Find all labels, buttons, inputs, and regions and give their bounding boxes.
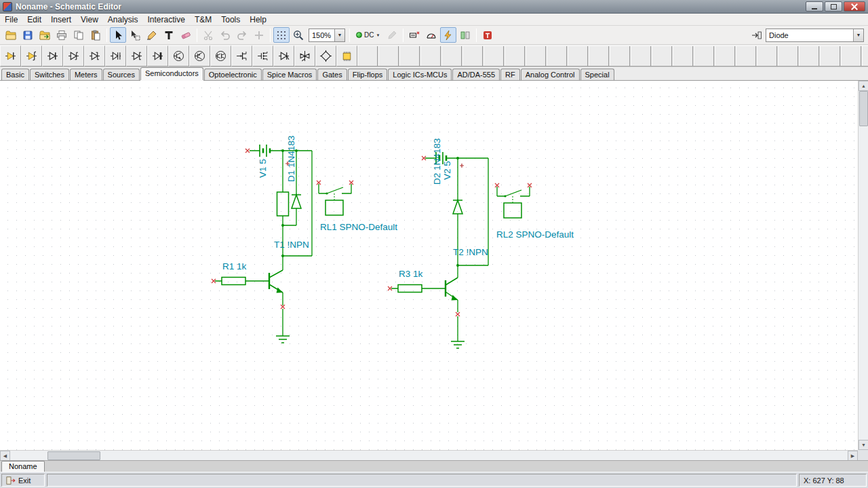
vertical-scrollbar[interactable]: ▲ ▼ [858, 81, 868, 450]
component-t2[interactable]: T2 !NPN [446, 247, 488, 301]
wire-tool[interactable] [144, 27, 160, 43]
pen-tool[interactable] [384, 27, 400, 43]
tm-probe-button[interactable] [406, 27, 422, 43]
component-ic-button[interactable] [336, 45, 357, 67]
find-component-icon [751, 30, 762, 41]
horizontal-scrollbar[interactable]: ◀ ▶ [0, 450, 858, 460]
copy-button[interactable] [71, 27, 87, 43]
component-npn-button[interactable] [168, 45, 189, 67]
component-schottky-button[interactable] [84, 45, 105, 67]
tab-flip-flops[interactable]: Flip-flops [348, 69, 388, 80]
ti-tools-button[interactable] [479, 27, 496, 43]
component-move-tool[interactable] [127, 27, 143, 43]
menu-tools[interactable]: Tools [216, 14, 245, 25]
tab-semiconductors[interactable]: Semiconductors [140, 67, 203, 80]
add-button[interactable] [251, 27, 267, 43]
menu-edit[interactable]: Edit [22, 14, 46, 25]
horizontal-scroll-thumb[interactable] [47, 451, 100, 460]
menu-help[interactable]: Help [245, 14, 271, 25]
component-mosfet-button[interactable] [252, 45, 273, 67]
component-filter-dropdown-icon[interactable]: ▼ [853, 29, 863, 41]
tab-analog-control[interactable]: Analog Control [521, 69, 580, 80]
schematic-svg[interactable]: V1 5 D1 1N4183 RL1 SPNO-Default T1 [0, 81, 858, 450]
interactive-mode-button[interactable] [440, 27, 456, 43]
menu-interactive[interactable]: Interactive [143, 14, 190, 25]
tab-meters[interactable]: Meters [70, 69, 102, 80]
component-t1[interactable]: T1 !NPN [269, 240, 309, 293]
dc-interactive-button[interactable]: DC ▼ [353, 27, 383, 43]
paste-icon [90, 30, 101, 41]
component-diode-ideal-button[interactable] [0, 45, 21, 67]
open-button[interactable] [3, 27, 19, 43]
exit-label: Exit [18, 476, 31, 485]
component-darlington-button[interactable] [210, 45, 231, 67]
tab-logic-ics-mcus[interactable]: Logic ICs-MCUs [388, 69, 452, 80]
ground-1[interactable] [276, 336, 290, 343]
save-button[interactable] [20, 27, 36, 43]
tab-ad-da-555[interactable]: AD/DA-555 [452, 69, 500, 80]
scroll-up-button[interactable]: ▲ [859, 81, 868, 91]
component-thyristor-button[interactable] [273, 45, 294, 67]
document-tab-noname[interactable]: Noname [1, 461, 45, 472]
component-varicap-button[interactable] [105, 45, 126, 67]
schematic-canvas[interactable]: V1 5 D1 1N4183 RL1 SPNO-Default T1 [0, 81, 858, 450]
component-filter-select[interactable]: Diode ▼ [766, 29, 864, 42]
zoom-icon [293, 30, 304, 41]
zoom-button[interactable] [290, 27, 307, 43]
mixed-mode-button[interactable] [457, 27, 473, 43]
dc-dropdown-icon[interactable]: ▼ [376, 33, 380, 37]
diode-icon [47, 50, 58, 62]
menu-view[interactable]: View [76, 14, 103, 25]
tab-optoelectronic[interactable]: Optoelectronic [204, 69, 262, 80]
scroll-left-button[interactable]: ◀ [0, 451, 10, 461]
text-tool[interactable] [161, 27, 177, 43]
menu-tm[interactable]: T&M [190, 14, 216, 25]
cut-button[interactable] [200, 27, 216, 43]
close-button[interactable] [844, 1, 865, 12]
exit-button[interactable]: Exit [1, 474, 45, 487]
print-button[interactable] [54, 27, 70, 43]
component-r1[interactable]: R1 1k [222, 261, 247, 285]
tab-spice-macros[interactable]: Spice Macros [262, 69, 317, 80]
mosfet-icon [257, 50, 269, 62]
menu-file[interactable]: File [0, 14, 22, 25]
grid-toggle[interactable] [273, 27, 290, 43]
component-zener-button[interactable] [63, 45, 84, 67]
menu-insert[interactable]: Insert [46, 14, 76, 25]
zoom-dropdown-icon[interactable]: ▼ [334, 29, 344, 41]
tab-sources[interactable]: Sources [103, 69, 140, 80]
zoom-select[interactable]: 150% ▼ [309, 29, 345, 42]
component-pin-diode-button[interactable] [147, 45, 168, 67]
tab-special[interactable]: Special [580, 69, 614, 80]
delete-tool[interactable] [178, 27, 194, 43]
tab-switches[interactable]: Switches [30, 69, 69, 80]
ground-2[interactable] [451, 341, 465, 348]
scroll-down-button[interactable]: ▼ [859, 440, 868, 450]
tm-meter-button[interactable] [423, 27, 439, 43]
scroll-down-icon: ▼ [861, 443, 866, 447]
open-project-button[interactable] [37, 27, 53, 43]
component-bridge-rectifier-button[interactable] [315, 45, 336, 67]
selection-tool[interactable] [110, 27, 126, 43]
scroll-right-button[interactable]: ▶ [848, 451, 858, 461]
menu-analysis[interactable]: Analysis [103, 14, 143, 25]
find-component-button[interactable] [749, 27, 765, 43]
tab-basic[interactable]: Basic [1, 69, 29, 80]
component-zener-ideal-button[interactable] [21, 45, 42, 67]
component-triac-button[interactable] [294, 45, 315, 67]
minimize-button[interactable] [806, 1, 823, 12]
paste-button[interactable] [87, 27, 104, 43]
vertical-scroll-thumb[interactable] [859, 91, 868, 126]
component-r3[interactable]: R3 1k [398, 269, 423, 293]
component-tunnel-diode-button[interactable] [126, 45, 147, 67]
component-v1[interactable]: V1 5 [258, 145, 270, 178]
tab-gates[interactable]: Gates [317, 69, 347, 80]
maximize-button[interactable] [825, 1, 842, 12]
undo-button[interactable] [217, 27, 233, 43]
component-pnp-button[interactable] [189, 45, 210, 67]
redo-button[interactable] [234, 27, 250, 43]
component-rl2[interactable]: RL2 SPNO-Default [496, 187, 574, 240]
component-diode-button[interactable] [42, 45, 63, 67]
component-jfet-button[interactable] [231, 45, 252, 67]
tab-rf[interactable]: RF [500, 69, 520, 80]
